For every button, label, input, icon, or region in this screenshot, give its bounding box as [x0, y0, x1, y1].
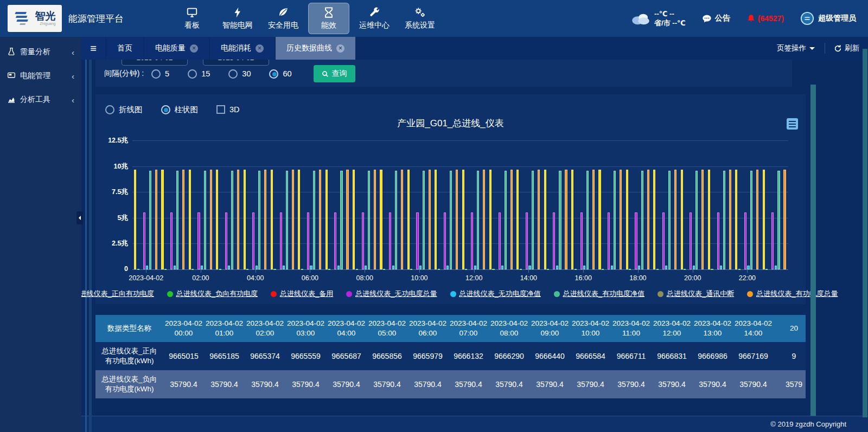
legend-item-8[interactable]: 总进线仪表_有功电度总量 [747, 289, 838, 299]
tab-actions-dropdown[interactable]: 页签操作 [767, 43, 825, 53]
legend-item-7[interactable]: 总进线仪表_通讯中断 [658, 289, 734, 299]
notice-label: 公告 [715, 14, 730, 23]
notice-button[interactable]: 公告 [702, 14, 730, 23]
bar [340, 171, 342, 269]
bar [237, 170, 239, 269]
chart-option-2[interactable]: 柱状图 [161, 105, 199, 115]
x-axis-label: 2023-04-02 [122, 274, 170, 282]
bar [219, 269, 221, 270]
nav-item-label: 能效 [321, 21, 336, 30]
table-cell: 35790.4 [407, 370, 448, 398]
bar [701, 170, 704, 269]
interval-radio-15[interactable]: 15 [188, 69, 210, 79]
sidebar-item-1[interactable]: 需量分析‹ [0, 40, 81, 64]
legend-item-6[interactable]: 总进线仪表_有功电度净值 [554, 289, 644, 299]
bar [777, 171, 780, 269]
x-axis-label: 04:00 [231, 274, 280, 282]
legend-dot [450, 291, 456, 297]
radio-icon [188, 69, 197, 79]
user-menu[interactable]: 超级管理员 [800, 11, 856, 25]
legend-dot [747, 291, 753, 297]
bar [544, 170, 546, 269]
content-area: 2023-04-02 2023-04-02 间隔(分钟) : 5153060 查… [81, 60, 868, 416]
bar [516, 170, 519, 269]
bar [423, 171, 425, 269]
bar [681, 170, 683, 269]
legend-item-5[interactable]: 总进线仪表_无功电度净值 [450, 289, 541, 299]
bar [538, 170, 540, 269]
bar [182, 170, 184, 269]
brand-logo[interactable]: 智光 Zhiguang [8, 5, 62, 32]
bar [444, 212, 446, 269]
main-nav: 看板智能电网安全用电能效运维中心系统设置 [171, 0, 441, 37]
legend-item-4[interactable]: 总进线仪表_无功电度总量 [346, 289, 437, 299]
nav-item-2[interactable]: 智能电网 [217, 3, 258, 34]
chart-option-3[interactable]: 3D [216, 105, 240, 114]
chart-option-1[interactable]: 折线图 [105, 105, 143, 115]
page-scrollbar[interactable] [863, 49, 867, 417]
x-axis-label: 02:00 [176, 274, 225, 282]
bar [264, 170, 266, 269]
interval-radio-60[interactable]: 60 [269, 69, 291, 79]
weather-temp: --℃ -- [654, 9, 686, 18]
bar [528, 266, 531, 269]
table-column-header: 2023-04-0205:00 [367, 315, 407, 342]
table-corner-header: 数据类型名称 [95, 315, 163, 342]
tab-1[interactable]: 首页 [106, 37, 143, 60]
bar [708, 170, 710, 269]
table-cell: 35790.4 [448, 370, 489, 398]
table-column-header: 2023-04-0209:00 [529, 315, 570, 342]
table-column-header: 2023-04-0211:00 [611, 315, 652, 342]
legend-item-2[interactable]: 总进线仪表_负向有功电度 [167, 289, 258, 299]
tab-3[interactable]: 电能消耗× [210, 37, 275, 60]
interval-radio-5[interactable]: 5 [151, 69, 169, 79]
nav-item-1[interactable]: 看板 [171, 3, 213, 34]
table-cell: 9666584 [570, 342, 611, 370]
table-cell: 35790.4 [692, 370, 733, 398]
bar [620, 170, 622, 269]
bar [641, 171, 643, 269]
sidebar-item-3[interactable]: 分析工具‹ [0, 88, 81, 112]
sidebar-collapse-handle[interactable] [76, 211, 83, 224]
table-column-header: 20 [774, 315, 806, 342]
refresh-button[interactable]: 刷新 [825, 43, 868, 53]
bar [328, 269, 330, 270]
tab-close-icon[interactable]: × [256, 44, 264, 53]
bar [256, 266, 258, 269]
search-button[interactable]: 查询 [314, 65, 355, 82]
bar [380, 170, 382, 269]
bar [356, 269, 358, 270]
tab-close-icon[interactable]: × [336, 44, 344, 53]
bar [389, 212, 391, 269]
interval-radio-30[interactable]: 30 [228, 69, 251, 79]
tab-2[interactable]: 电能质量× [144, 37, 209, 60]
nav-item-4[interactable]: 能效 [308, 3, 349, 34]
nav-item-5[interactable]: 运维中心 [354, 3, 395, 34]
tab-close-icon[interactable]: × [190, 44, 198, 53]
bar [368, 171, 370, 269]
menu-toggle-icon[interactable]: ≡ [81, 37, 105, 60]
legend-item-3[interactable]: 总进线仪表_备用 [271, 289, 333, 299]
chart-type-options: 折线图柱状图3D [95, 101, 806, 117]
x-axis-tick [528, 270, 529, 273]
bar [197, 212, 200, 269]
alarm-button[interactable]: (64527) [746, 14, 784, 23]
bar [176, 171, 178, 269]
sidebar-item-2[interactable]: 电能管理‹ [0, 64, 81, 88]
legend-dot [167, 291, 173, 297]
bar [252, 212, 254, 269]
table-cell: 9666831 [652, 342, 692, 370]
interval-row: 间隔(分钟) : 5153060 查询 [104, 65, 355, 82]
tab-label: 历史数据曲线 [286, 43, 332, 53]
tab-4[interactable]: 历史数据曲线× [276, 37, 355, 60]
interval-options: 5153060 [151, 69, 310, 79]
nav-item-3[interactable]: 安全用电 [263, 3, 304, 34]
chart-context-menu-icon[interactable] [787, 118, 798, 130]
bar [717, 212, 719, 269]
bar [471, 212, 473, 269]
bar [210, 170, 212, 269]
nav-item-6[interactable]: 系统设置 [399, 3, 441, 34]
bar [565, 170, 567, 269]
legend-item-1[interactable]: 总进线仪表_正向有功电度 [81, 289, 154, 299]
content-scrollbar[interactable] [810, 85, 816, 416]
